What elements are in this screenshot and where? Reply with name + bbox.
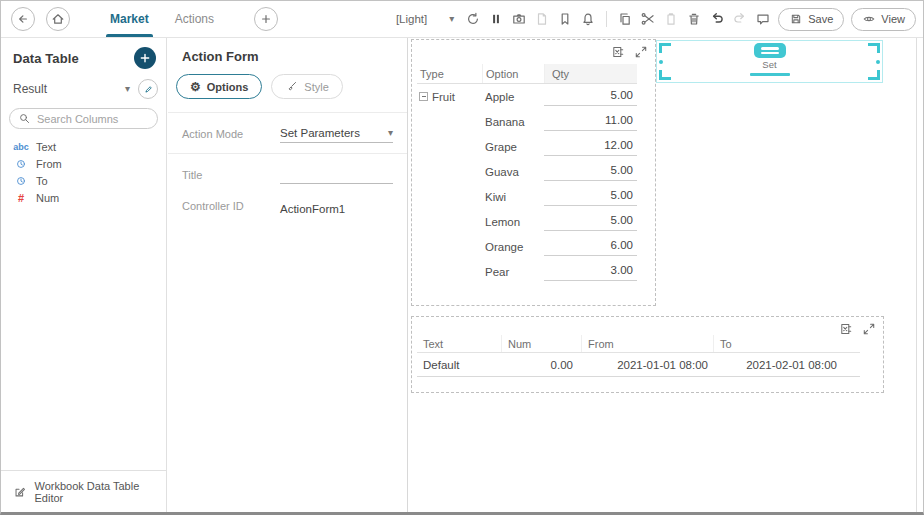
header-qty[interactable]: Qty (544, 64, 637, 83)
chevron-down-icon[interactable]: ▾ (125, 84, 130, 94)
save-button[interactable]: Save (778, 8, 844, 31)
bookmark-icon[interactable] (557, 11, 573, 27)
expand-icon[interactable] (862, 322, 876, 336)
back-arrow-icon (15, 11, 31, 27)
search-columns-input[interactable] (37, 113, 149, 125)
search-columns-box[interactable] (9, 108, 158, 129)
view-button-label: View (881, 13, 905, 25)
header-num[interactable]: Num (501, 335, 581, 352)
column-item-text[interactable]: abc Text (1, 138, 166, 155)
group-label: Fruit (432, 91, 455, 103)
style-brush-icon (285, 80, 298, 93)
column-item-to[interactable]: To (1, 172, 166, 189)
panel-title: Action Form (168, 38, 407, 64)
options-tab-button[interactable]: ⚙ Options (176, 74, 262, 99)
theme-label: [Light] (396, 13, 427, 25)
header-from[interactable]: From (581, 335, 713, 352)
option-cell: Guava (482, 166, 544, 178)
style-tab-button[interactable]: Style (271, 74, 342, 99)
add-data-table-button[interactable] (134, 47, 156, 69)
header-type[interactable]: Type (417, 64, 482, 83)
save-button-label: Save (808, 13, 833, 25)
redo-icon[interactable] (732, 11, 748, 27)
table-row: Fruit Apple 5.00 (417, 84, 637, 109)
home-button[interactable] (46, 7, 70, 31)
add-dashboard-button[interactable] (254, 7, 278, 31)
copy-icon[interactable] (617, 11, 633, 27)
qty-input[interactable]: 12.00 (544, 137, 637, 156)
qty-input[interactable]: 5.00 (544, 162, 637, 181)
option-cell: Orange (482, 241, 544, 253)
pause-icon[interactable] (488, 11, 504, 27)
sidebar-title: Data Table (13, 51, 79, 66)
search-icon (18, 112, 31, 125)
set-underline (750, 73, 790, 76)
bell-icon[interactable] (580, 11, 596, 27)
qty-input[interactable]: 6.00 (544, 237, 637, 256)
camera-icon[interactable] (511, 11, 527, 27)
header-text[interactable]: Text (417, 335, 501, 352)
option-cell: Banana (482, 116, 544, 128)
qty-input[interactable]: 5.00 (544, 87, 637, 106)
export-excel-icon[interactable] (839, 322, 853, 336)
trash-icon[interactable] (686, 11, 702, 27)
plus-icon (258, 11, 274, 27)
qty-input[interactable]: 11.00 (544, 112, 637, 131)
plus-icon (138, 51, 152, 65)
refresh-icon[interactable] (465, 11, 481, 27)
option-cell: Grape (482, 141, 544, 153)
option-cell: Lemon (482, 216, 544, 228)
tab-market-label: Market (110, 12, 149, 26)
cut-icon[interactable] (640, 11, 656, 27)
edit-square-icon (13, 485, 26, 499)
view-button[interactable]: View (851, 8, 916, 31)
pencil-icon (142, 83, 155, 96)
edit-data-table-button[interactable] (138, 79, 158, 99)
header-option[interactable]: Option (482, 64, 544, 83)
parameter-table: Text Num From To Default 0.00 2021-01-01… (417, 335, 860, 377)
tab-market[interactable]: Market (97, 1, 162, 37)
qty-input[interactable]: 5.00 (544, 212, 637, 231)
chevron-down-icon: ▾ (449, 14, 454, 24)
collapse-group-icon[interactable] (419, 92, 428, 101)
set-button-label: Set (762, 59, 776, 70)
data-table-select[interactable]: Result (13, 82, 125, 96)
tab-actions-label: Actions (175, 12, 214, 26)
options-label: Options (207, 81, 249, 93)
parameter-table-widget[interactable]: Text Num From To Default 0.00 2021-01-01… (411, 316, 884, 393)
top-toolbar: Market Actions [Light] ▾ (1, 1, 923, 38)
column-label: To (36, 175, 48, 187)
column-label: From (36, 158, 62, 170)
column-item-num[interactable]: # Num (1, 189, 166, 206)
column-label: Text (36, 141, 56, 153)
option-cell: Apple (482, 91, 544, 103)
parameter-table-header: Text Num From To (417, 335, 860, 353)
save-floppy-icon (789, 12, 803, 26)
action-mode-dropdown[interactable]: Set Parameters ▾ (280, 127, 393, 143)
tab-actions[interactable]: Actions (162, 1, 227, 37)
option-cell: Pear (482, 266, 544, 278)
button-bar (761, 52, 779, 55)
undo-icon[interactable] (709, 11, 725, 27)
toolbar-divider (606, 11, 607, 27)
expand-icon[interactable] (634, 45, 648, 59)
workbook-data-table-editor-link[interactable]: Workbook Data Table Editor (1, 470, 166, 512)
paste-icon[interactable] (663, 11, 679, 27)
qty-input[interactable]: 5.00 (544, 187, 637, 206)
document-icon[interactable] (534, 11, 550, 27)
action-form-set-widget[interactable]: Set (656, 40, 883, 83)
column-label: Num (36, 192, 59, 204)
comment-icon[interactable] (755, 11, 771, 27)
export-excel-icon[interactable] (611, 45, 625, 59)
back-button[interactable] (11, 7, 35, 31)
text-cell: Default (417, 359, 501, 371)
header-to[interactable]: To (713, 335, 860, 352)
title-input[interactable] (280, 168, 393, 184)
column-item-from[interactable]: From (1, 155, 166, 172)
action-mode-value: Set Parameters (280, 127, 360, 139)
table-row: Default 0.00 2021-01-01 08:00 2021-02-01… (417, 353, 860, 377)
theme-dropdown[interactable]: [Light] ▾ (396, 13, 454, 25)
fruit-table-widget[interactable]: Type Option Qty Fruit Apple 5.00 Banana … (411, 39, 656, 306)
set-button[interactable] (754, 43, 786, 58)
qty-input[interactable]: 3.00 (544, 262, 637, 281)
